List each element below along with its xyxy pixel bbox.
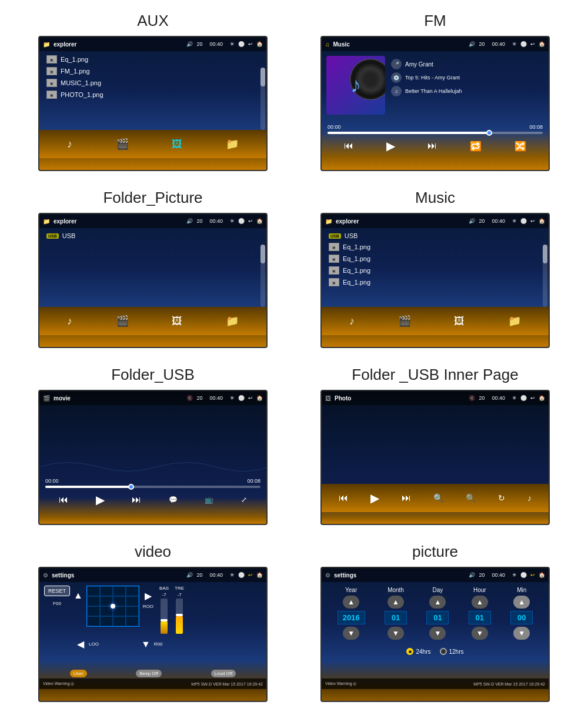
time-start-video: 00:00 <box>45 478 59 484</box>
picture-nav-icon[interactable]: 🖼 <box>172 138 182 151</box>
fullscreen-btn[interactable]: ⤢ <box>241 496 247 504</box>
home-fm[interactable]: 🏠 <box>539 41 545 47</box>
file-item-music-1[interactable]: ▣ Eq_1.png <box>326 241 544 253</box>
day-label: Day <box>433 587 443 593</box>
down-arrow-btn[interactable]: ▼ <box>141 639 151 650</box>
file-item-music-2[interactable]: ▣ Eq_1.png <box>326 253 544 265</box>
mic-icon: 🎤 <box>391 59 402 69</box>
loud-btn[interactable]: Loud Off <box>211 670 236 677</box>
music-nav-fp[interactable]: ♪ <box>67 315 72 327</box>
music-nav-icon[interactable]: ♪ <box>67 138 72 151</box>
music-nav-music[interactable]: ♪ <box>349 315 355 327</box>
prev-btn-fm[interactable]: ⏮ <box>344 141 353 151</box>
year-up-btn[interactable]: ▲ <box>343 596 359 609</box>
play-photo[interactable]: ▶ <box>370 491 379 505</box>
bright-fp: ✳ <box>230 218 235 224</box>
repeat-btn-fm[interactable]: 🔁 <box>470 141 482 152</box>
progress-bar-fm[interactable] <box>328 132 543 134</box>
scrollbar-aux[interactable] <box>260 68 265 130</box>
bas-value: -7 <box>162 592 166 597</box>
file-item[interactable]: ▣ FM_1.png <box>44 65 262 77</box>
prev-btn-video[interactable]: ⏮ <box>59 494 68 505</box>
scrollbar-fp[interactable] <box>260 245 265 307</box>
rotate-photo[interactable]: ↻ <box>498 493 505 503</box>
home-icon-aux[interactable]: 🏠 <box>256 41 263 47</box>
bas-slider[interactable] <box>161 599 168 634</box>
hour-up-btn[interactable]: ▲ <box>472 596 488 609</box>
subtitle-btn[interactable]: 💬 <box>169 496 178 504</box>
min-up-btn[interactable]: ▲ <box>513 596 530 609</box>
min-down-btn[interactable]: ▼ <box>513 627 530 640</box>
file-item[interactable]: ▣ Eq_1.png <box>44 54 262 65</box>
next-btn-video[interactable]: ⏭ <box>132 494 141 505</box>
progress-thumb-video <box>128 484 134 490</box>
home-music[interactable]: 🏠 <box>539 218 545 224</box>
shuffle-btn-fm[interactable]: 🔀 <box>514 141 526 152</box>
radio-12hr[interactable]: 12hrs <box>440 648 464 655</box>
folder-nav-fp[interactable]: 📁 <box>226 315 239 327</box>
file-item[interactable]: ▣ PHOTO_1.png <box>44 89 262 101</box>
home-photo[interactable]: 🏠 <box>539 395 545 401</box>
back-fp[interactable]: ↩ <box>248 218 253 224</box>
radio-24hr[interactable]: 24hrs <box>406 648 430 655</box>
play-btn-fm[interactable]: ▶ <box>386 139 395 153</box>
app-name-fp: explorer <box>54 218 76 225</box>
file-item[interactable]: ▣ MUSIC_1.png <box>44 77 262 89</box>
back-seq[interactable]: ↩ <box>248 572 253 578</box>
file-item-music-3[interactable]: ▣ Eq_1.png <box>326 265 544 276</box>
zoom-in-photo[interactable]: 🔍 <box>433 493 443 503</box>
file-thumb: ▣ <box>46 79 57 87</box>
picture-nav-music[interactable]: 🖼 <box>454 315 465 327</box>
file-item-music-4[interactable]: ▣ Eq_1.png <box>326 276 544 288</box>
next-btn-fm[interactable]: ⏭ <box>427 141 437 151</box>
picture-nav-fp[interactable]: 🖼 <box>172 315 182 327</box>
home-video[interactable]: 🏠 <box>256 395 263 401</box>
file-item-usb[interactable]: USB USB <box>44 230 262 241</box>
eq-dot <box>111 604 115 609</box>
music-photo[interactable]: ♪ <box>527 493 532 503</box>
photo-bottom-nav: ⏮ ▶ ⏭ 🔍 🔍 ↻ ♪ <box>322 484 549 512</box>
video-nav-music[interactable]: 🎬 <box>398 315 411 327</box>
zoom-out-photo[interactable]: 🔍 <box>466 493 476 503</box>
tre-label: TRE <box>175 586 184 591</box>
right-arrow-btn[interactable]: ▶ <box>145 590 152 601</box>
day-up-btn[interactable]: ▲ <box>429 596 446 609</box>
month-up-btn[interactable]: ▲ <box>387 596 404 609</box>
day-down-btn[interactable]: ▼ <box>429 627 446 640</box>
home-fp[interactable]: 🏠 <box>256 218 263 224</box>
left-arrow-btn[interactable]: ◀ <box>77 639 84 650</box>
back-video[interactable]: ↩ <box>248 395 253 401</box>
tv-btn[interactable]: 📺 <box>205 496 213 504</box>
back-icon-aux[interactable]: ↩ <box>248 41 253 47</box>
home-sdt[interactable]: 🏠 <box>539 572 545 578</box>
time-sdt: 00:40 <box>492 572 505 578</box>
beep-btn[interactable]: Beep Off <box>136 670 161 677</box>
year-value: 2016 <box>338 611 365 624</box>
play-btn-video[interactable]: ▶ <box>96 493 105 507</box>
back-photo[interactable]: ↩ <box>530 395 535 401</box>
scrollbar-music[interactable] <box>543 245 547 307</box>
folder-nav-music[interactable]: 📁 <box>508 315 521 327</box>
progress-bar-video[interactable] <box>45 486 260 488</box>
file-item-usb-music[interactable]: USB USB <box>326 230 544 241</box>
reset-button[interactable]: RESET <box>44 586 70 596</box>
user-btn[interactable]: User <box>70 670 87 677</box>
folder-nav-icon[interactable]: 📁 <box>226 138 239 151</box>
cell-fm: FM ♫ Music 🔊 20 00:40 ✳ ⚪ ↩ 🏠 ♪ <box>294 6 576 183</box>
next-photo[interactable]: ⏭ <box>402 493 411 503</box>
back-fm[interactable]: ↩ <box>530 41 535 47</box>
bas-handle <box>161 619 168 621</box>
home-seq[interactable]: 🏠 <box>256 572 263 578</box>
up-arrow-btn[interactable]: ▲ <box>74 590 83 601</box>
year-down-btn[interactable]: ▼ <box>343 627 359 640</box>
month-value: 01 <box>385 611 407 624</box>
hour-down-btn[interactable]: ▼ <box>472 627 488 640</box>
video-nav-icon[interactable]: 🎬 <box>116 138 129 151</box>
video-nav-fp[interactable]: 🎬 <box>116 315 129 327</box>
circle-fm: ⚪ <box>520 41 527 47</box>
prev-photo[interactable]: ⏮ <box>339 493 348 503</box>
month-down-btn[interactable]: ▼ <box>387 627 404 640</box>
tre-slider[interactable] <box>176 599 183 634</box>
back-music[interactable]: ↩ <box>530 218 535 224</box>
back-sdt[interactable]: ↩ <box>530 572 535 578</box>
